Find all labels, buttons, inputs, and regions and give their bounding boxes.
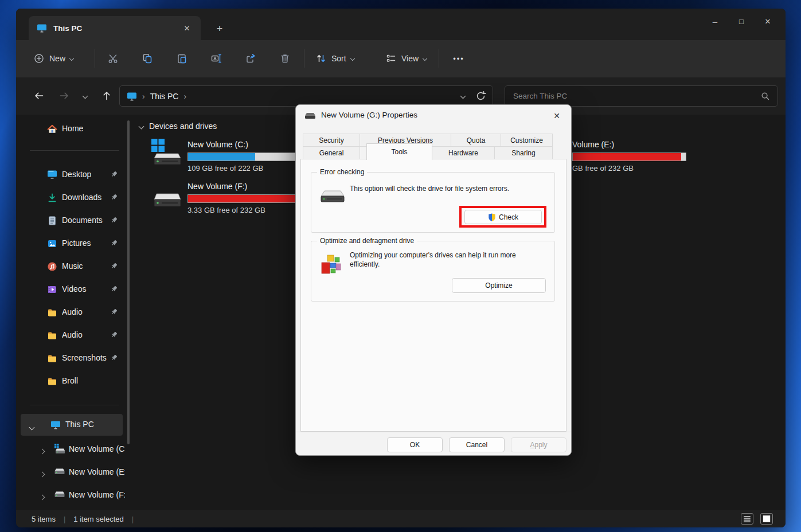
cancel-button-label: Cancel — [466, 441, 487, 449]
sidebar-item-audio-2[interactable]: Audio — [21, 326, 123, 345]
search-icon — [760, 91, 771, 101]
tab-quota[interactable]: Quota — [451, 134, 501, 147]
search-input[interactable] — [505, 86, 777, 106]
close-button[interactable]: ✕ — [755, 10, 781, 33]
back-arrow-icon — [33, 90, 45, 101]
plus-circle-icon — [33, 53, 45, 64]
refresh-button[interactable] — [475, 90, 487, 102]
pin-icon — [110, 308, 118, 316]
recent-locations-button[interactable] — [76, 84, 94, 107]
breadcrumb-this-pc[interactable]: This PC — [150, 92, 179, 101]
tab-sharing[interactable]: Sharing — [494, 146, 553, 159]
item-count: 5 items — [32, 515, 56, 523]
apply-button-label: pply — [535, 441, 548, 449]
sidebar-item-label: Home — [62, 124, 83, 133]
tab-customize[interactable]: Customize — [501, 134, 553, 147]
tab-general[interactable]: General — [303, 146, 360, 159]
sidebar-item-downloads[interactable]: Downloads — [21, 188, 123, 208]
address-bar[interactable]: › This PC › — [119, 85, 493, 107]
rename-button[interactable] — [204, 46, 229, 71]
sidebar-item-desktop[interactable]: Desktop — [21, 165, 123, 185]
maximize-button[interactable]: □ — [728, 10, 755, 33]
copy-icon — [142, 53, 153, 64]
list-view-icon — [742, 514, 752, 523]
sidebar-item-home[interactable]: Home — [21, 119, 123, 139]
drive-icon — [149, 181, 182, 210]
explorer-tab-this-pc[interactable]: This PC ✕ — [29, 16, 201, 40]
sidebar-item-screenshots[interactable]: Screenshots — [21, 349, 123, 368]
sidebar-item-pictures[interactable]: Pictures — [21, 234, 123, 253]
sidebar-item-new-volume-c[interactable]: New Volume (C:) — [21, 439, 123, 459]
chevron-down-icon[interactable] — [30, 422, 34, 431]
sort-button[interactable]: Sort — [312, 46, 358, 71]
chevron-right-icon[interactable] — [40, 446, 44, 455]
system-drive-icon — [54, 443, 65, 455]
search-box[interactable] — [505, 85, 778, 107]
drive-icon — [319, 189, 346, 207]
sidebar-item-label: Videos — [62, 284, 87, 294]
optimize-button-label: Optimize — [485, 281, 512, 290]
sidebar-item-videos[interactable]: Videos — [21, 280, 123, 299]
home-icon — [47, 124, 57, 134]
section-label: Devices and drives — [149, 122, 217, 131]
sidebar-item-new-volume-f[interactable]: New Volume (F:) — [21, 485, 123, 504]
back-button[interactable] — [28, 84, 50, 107]
share-button[interactable] — [238, 46, 263, 71]
up-button[interactable] — [95, 84, 118, 107]
this-pc-icon — [37, 24, 47, 33]
check-button-highlight — [459, 206, 546, 228]
cancel-button[interactable]: Cancel — [449, 437, 505, 452]
new-button[interactable]: New — [33, 46, 73, 71]
delete-button[interactable] — [272, 46, 298, 71]
large-icons-view-toggle[interactable] — [760, 513, 773, 525]
status-separator: | — [132, 515, 134, 523]
tab-security[interactable]: Security — [303, 134, 360, 147]
sidebar-item-label: New Volume (F:) — [69, 490, 125, 499]
address-dropdown-chevron[interactable] — [461, 94, 465, 98]
optimize-button[interactable]: Optimize — [452, 278, 546, 293]
forward-button[interactable] — [53, 84, 76, 107]
view-button[interactable]: View — [382, 46, 430, 71]
details-view-toggle[interactable] — [741, 513, 753, 525]
minimize-button[interactable]: – — [702, 10, 728, 33]
apply-button[interactable]: Apply — [511, 437, 566, 452]
pin-icon — [110, 262, 118, 270]
refresh-icon — [475, 90, 487, 102]
sidebar-item-music[interactable]: Music — [21, 257, 123, 276]
dialog-close-icon[interactable]: ✕ — [548, 108, 565, 123]
sidebar-item-audio-1[interactable]: Audio — [21, 303, 123, 322]
status-separator: | — [64, 515, 65, 523]
sidebar-item-label: Pictures — [62, 238, 91, 248]
paste-button[interactable] — [169, 46, 194, 71]
tab-close-icon[interactable]: ✕ — [180, 21, 194, 35]
copy-button[interactable] — [135, 46, 160, 71]
folder-icon — [47, 353, 57, 363]
documents-icon — [47, 216, 57, 226]
sidebar-item-broll[interactable]: Broll — [21, 371, 123, 391]
chevron-right-icon[interactable] — [40, 492, 44, 501]
sidebar-item-label: Broll — [62, 376, 78, 385]
sidebar-scrollbar[interactable] — [127, 120, 130, 444]
more-options-button[interactable]: ••• — [445, 46, 472, 71]
drive-free-space: 109 GB free of 222 GB — [187, 164, 263, 173]
sidebar-item-label: Music — [62, 261, 83, 271]
up-arrow-icon — [101, 90, 112, 101]
sidebar-divider — [30, 405, 119, 405]
paste-icon — [176, 53, 187, 64]
window-controls: – □ ✕ — [702, 10, 781, 33]
view-layout-icon — [385, 53, 397, 64]
cut-button[interactable] — [100, 46, 126, 71]
drive-icon — [54, 491, 65, 499]
pictures-icon — [47, 238, 57, 249]
sidebar-item-new-volume-e[interactable]: New Volume (E:) — [21, 462, 123, 482]
sidebar-item-this-pc[interactable]: This PC — [21, 414, 123, 436]
sidebar-item-documents[interactable]: Documents — [21, 211, 123, 230]
ok-button[interactable]: OK — [387, 437, 443, 452]
this-pc-icon — [50, 420, 61, 429]
new-button-label: New — [49, 54, 65, 63]
new-tab-button[interactable]: + — [212, 21, 227, 36]
tab-hardware[interactable]: Hardware — [432, 146, 495, 159]
chevron-right-icon[interactable] — [40, 469, 44, 478]
tab-tools[interactable]: Tools — [366, 143, 432, 160]
section-devices-and-drives[interactable]: Devices and drives — [139, 122, 217, 131]
